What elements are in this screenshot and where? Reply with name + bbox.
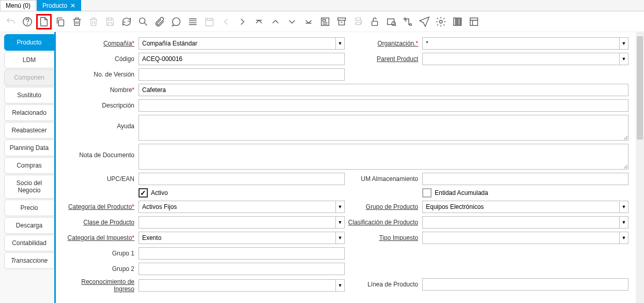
label-grupoprod[interactable]: Grupo de Producto: [345, 203, 422, 210]
label-tipoimp[interactable]: Tipo Impuesto: [345, 234, 422, 241]
nav-prev-icon[interactable]: [268, 14, 283, 29]
customize-icon[interactable]: [466, 14, 482, 29]
dropdown-organizacion[interactable]: ▼: [619, 37, 628, 50]
svg-point-12: [410, 23, 412, 25]
sidebar-item-contabilidad[interactable]: Contabilidad: [4, 235, 54, 251]
dropdown-reconoc[interactable]: ▼: [335, 279, 345, 292]
tab-menu-label: Menú (0): [6, 2, 30, 9]
dropdown-claseprod[interactable]: ▼: [335, 216, 345, 229]
input-compania[interactable]: [139, 37, 335, 50]
input-linea[interactable]: [422, 278, 628, 291]
nav-first-icon[interactable]: [251, 14, 267, 29]
sidebar-item-transacciones[interactable]: Transaccione: [4, 252, 54, 269]
copy-icon[interactable]: [53, 14, 68, 29]
dropdown-catprod[interactable]: ▼: [335, 201, 345, 213]
delete-icon[interactable]: [69, 14, 85, 29]
label-codigo: Código: [61, 55, 139, 63]
form-content: Compañía* ▼ Organización.* ▼ Código: [56, 32, 644, 303]
label-parent[interactable]: Parent Product: [345, 55, 422, 63]
svg-rect-2: [58, 20, 64, 26]
sidebar-item-planning[interactable]: Planning Data: [4, 140, 54, 156]
label-reconoc[interactable]: Reconocimiento de Ingreso: [61, 278, 139, 293]
checkbox-activo[interactable]: ✓: [139, 188, 148, 198]
input-parent[interactable]: [422, 53, 619, 65]
archive-icon[interactable]: [334, 14, 349, 29]
label-noversion: No. de Versión: [61, 71, 139, 78]
input-claseprod[interactable]: [139, 216, 335, 229]
zoom-across-icon[interactable]: [384, 14, 399, 29]
label-catimp[interactable]: Categoría del Impuesto*: [61, 234, 139, 241]
refresh-icon[interactable]: [119, 14, 134, 29]
sidebar-item-sustituto[interactable]: Sustituto: [4, 87, 54, 103]
report-icon[interactable]: [317, 14, 333, 29]
sidebar-item-reabastecer[interactable]: Reabastecer: [4, 122, 54, 139]
checkbox-entidad[interactable]: [422, 188, 432, 198]
sidebar-item-relacionado[interactable]: Relacionado: [4, 104, 54, 121]
label-claseprod[interactable]: Clase de Producto: [61, 219, 139, 226]
chat-icon[interactable]: [168, 14, 184, 29]
input-umalm[interactable]: [422, 173, 628, 185]
svg-point-10: [392, 22, 395, 25]
label-umalm: UM Almacenamiento: [345, 175, 422, 183]
textarea-ayuda[interactable]: [139, 115, 628, 141]
textarea-notadoc[interactable]: [139, 144, 628, 170]
sidebar-item-producto[interactable]: Producto: [4, 34, 54, 51]
dropdown-grupoprod[interactable]: ▼: [619, 201, 628, 213]
input-catprod[interactable]: [139, 201, 335, 213]
nav-next-icon[interactable]: [284, 14, 300, 29]
input-codigo[interactable]: [139, 53, 345, 65]
input-organizacion[interactable]: [422, 37, 619, 50]
toolbar: [0, 11, 644, 32]
sidebar-item-ldm[interactable]: LDM: [4, 52, 54, 68]
input-clasifprod[interactable]: [422, 216, 619, 229]
sidebar: Producto LDM Componen Sustituto Relacion…: [0, 32, 56, 303]
sidebar-item-socio[interactable]: Socio del Negocio: [4, 175, 54, 199]
product-info-icon[interactable]: [450, 14, 465, 29]
help-icon[interactable]: [20, 14, 35, 29]
label-organizacion[interactable]: Organización.*: [345, 40, 422, 47]
attachment-icon[interactable]: [152, 14, 167, 29]
input-grupo1[interactable]: [139, 247, 345, 260]
request-icon[interactable]: [417, 14, 432, 29]
dropdown-clasifprod[interactable]: ▼: [619, 216, 628, 229]
input-descripcion[interactable]: [139, 99, 628, 112]
vertical-scrollbar[interactable]: [636, 32, 644, 303]
nav-last-icon[interactable]: [301, 14, 316, 29]
scrollbar-thumb[interactable]: [637, 36, 643, 140]
dropdown-compania[interactable]: ▼: [335, 37, 345, 50]
nav-detail-icon[interactable]: [235, 14, 250, 29]
new-record-icon[interactable]: [36, 14, 52, 29]
input-grupoprod[interactable]: [422, 201, 619, 213]
svg-rect-14: [454, 18, 456, 25]
input-catimp[interactable]: [139, 232, 335, 244]
grid-toggle-icon[interactable]: [185, 14, 201, 29]
sidebar-item-descarga[interactable]: Descarga: [4, 217, 54, 234]
lock-icon[interactable]: [367, 14, 382, 29]
label-clasifprod[interactable]: Clasificación de Producto: [345, 219, 422, 226]
input-tipoimp[interactable]: [422, 232, 619, 244]
dropdown-catimp[interactable]: ▼: [335, 232, 345, 244]
tab-producto[interactable]: Producto ✕: [37, 0, 81, 11]
save-icon: [102, 14, 118, 29]
tab-menu[interactable]: Menú (0): [0, 0, 36, 11]
input-grupo2[interactable]: [139, 263, 345, 275]
label-compania[interactable]: Compañía*: [61, 40, 139, 47]
svg-rect-18: [470, 18, 478, 25]
dropdown-parent[interactable]: ▼: [619, 53, 628, 65]
input-nombre[interactable]: [139, 84, 628, 96]
close-icon[interactable]: ✕: [70, 2, 75, 9]
dropdown-tipoimp[interactable]: ▼: [619, 232, 628, 244]
checkbox-entidad-label: Entidad Acumulada: [435, 189, 488, 196]
workflow-icon[interactable]: [400, 14, 416, 29]
input-reconoc[interactable]: [139, 279, 335, 292]
sidebar-item-compras[interactable]: Compras: [4, 157, 54, 174]
input-upc[interactable]: [139, 173, 345, 185]
undo-icon: [3, 14, 19, 29]
gear-icon[interactable]: [433, 14, 449, 29]
sidebar-item-precio[interactable]: Precio: [4, 200, 54, 216]
search-icon[interactable]: [135, 14, 151, 29]
label-catprod[interactable]: Categoría del Producto*: [61, 203, 139, 210]
label-ayuda: Ayuda: [61, 115, 139, 130]
input-noversion[interactable]: [139, 68, 345, 81]
svg-rect-7: [338, 18, 346, 20]
